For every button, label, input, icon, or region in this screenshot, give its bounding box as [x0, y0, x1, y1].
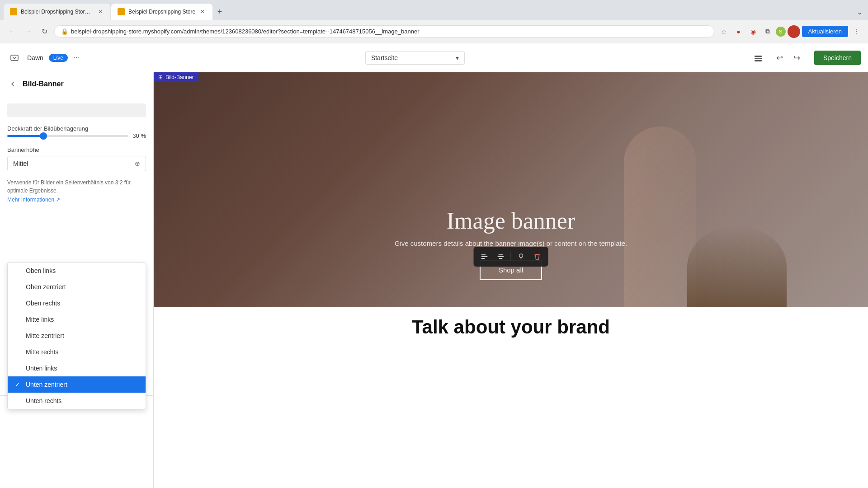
ft-align-center-button[interactable] — [494, 249, 508, 264]
checkmark-7: ✓ — [15, 381, 22, 388]
redo-button[interactable]: ↪ — [789, 50, 805, 66]
bookmark-icon[interactable]: ☆ — [718, 25, 731, 38]
slider-track[interactable] — [7, 135, 128, 137]
tab-title-2: Beispiel Dropshipping Store — [128, 9, 195, 15]
placeholder-bar — [7, 103, 146, 117]
dropdown-item-mitte-zentriert[interactable]: Mitte zentriert — [8, 328, 146, 344]
menu-icon[interactable]: ⋮ — [850, 25, 863, 38]
tab-title-1: Beispiel Dropshipping Store ·... — [21, 9, 93, 15]
slider-value: 30 % — [132, 132, 146, 139]
address-bar[interactable]: 🔒 beispiel-dropshipping-store.myshopify.… — [54, 25, 714, 38]
preview-frame: ⊞ Bild-Banner Image banner Give customer… — [154, 72, 868, 488]
svg-rect-6 — [481, 258, 485, 259]
header-back-icon[interactable] — [7, 51, 22, 65]
app-header: Dawn Live ··· Startseite ▾ ↩ ↪ Speichern — [0, 43, 868, 72]
dropdown-item-unten-zentriert[interactable]: ✓ Unten zentriert — [8, 376, 146, 393]
main-content: Bild-Banner Deckkraft der Bildüberlageru… — [0, 72, 868, 488]
overlay-section: Deckkraft der Bildüberlagerung 30 % — [7, 124, 146, 139]
tab-favicon-2 — [118, 8, 125, 15]
slider-thumb[interactable] — [40, 132, 47, 140]
svg-rect-2 — [755, 58, 762, 59]
opera-icon[interactable]: ◉ — [747, 25, 760, 38]
panel-body: Deckkraft der Bildüberlagerung 30 % Bann… — [0, 96, 153, 395]
person-silhouette — [624, 127, 696, 307]
ft-trash-button[interactable] — [530, 249, 545, 264]
dropdown-item-unten-rechts[interactable]: Unten rechts — [8, 393, 146, 409]
svg-rect-4 — [481, 254, 486, 255]
dropdown-item-oben-zentriert[interactable]: Oben zentriert — [8, 279, 146, 295]
panel-back-button[interactable] — [7, 79, 18, 89]
height-section: Bannerhöhe Mittel ⊕ — [7, 146, 146, 171]
below-banner: Talk about your brand — [154, 307, 868, 347]
svg-rect-9 — [499, 258, 503, 259]
header-more-button[interactable]: ··· — [73, 53, 80, 62]
brand-title: Talk about your brand — [163, 316, 859, 338]
back-button[interactable]: ← — [5, 25, 18, 38]
toolbar-actions: ☆ ● ◉ ⧉ S Aktualisieren ⋮ — [718, 25, 863, 38]
ft-align-left-button[interactable] — [477, 249, 492, 264]
inactive-tab[interactable]: Beispiel Dropshipping Store ✕ — [111, 4, 212, 20]
tab-favicon — [10, 8, 17, 15]
svg-rect-0 — [11, 55, 18, 61]
grid-view-icon[interactable] — [750, 50, 766, 66]
height-select-arrow: ⊕ — [135, 160, 140, 167]
profile-avatar[interactable] — [788, 25, 800, 38]
view-icons — [750, 50, 766, 66]
tab-close-2[interactable]: ✕ — [199, 8, 206, 15]
height-select-value: Mittel — [13, 160, 28, 167]
banner-label: ⊞ Bild-Banner — [154, 72, 198, 82]
extensions-icon[interactable]: ● — [732, 25, 745, 38]
active-tab[interactable]: Beispiel Dropshipping Store ·... ✕ — [4, 4, 110, 20]
extensions2-icon[interactable]: ⧉ — [761, 25, 774, 38]
new-tab-button[interactable]: + — [213, 5, 226, 18]
panel-header: Bild-Banner — [0, 72, 153, 96]
reload-button[interactable]: ↻ — [38, 25, 51, 38]
preview-area: ⊞ Bild-Banner Image banner Give customer… — [154, 72, 868, 488]
live-badge: Live — [49, 54, 68, 62]
url-text: beispiel-dropshipping-store.myshopify.co… — [71, 28, 708, 35]
dropdown-item-mitte-links[interactable]: Mitte links — [8, 311, 146, 328]
page-selector-chevron: ▾ — [456, 54, 459, 61]
slider-fill — [7, 135, 43, 137]
external-link-icon: ↗ — [56, 197, 60, 203]
page-selector[interactable]: Startseite ▾ — [365, 51, 465, 65]
ft-brush-button[interactable] — [514, 249, 528, 264]
undo-redo: ↩ ↪ — [772, 50, 805, 66]
height-select[interactable]: Mittel ⊕ — [7, 156, 146, 171]
banner-subtitle: Give customers details about the banner … — [395, 239, 627, 247]
svg-point-10 — [519, 254, 523, 258]
dropdown-item-unten-links[interactable]: Unten links — [8, 360, 146, 376]
tab-close-1[interactable]: ✕ — [97, 8, 104, 15]
browser-tabs: Beispiel Dropshipping Store ·... ✕ Beisp… — [0, 0, 868, 20]
undo-button[interactable]: ↩ — [772, 50, 788, 66]
update-button[interactable]: Aktualisieren — [802, 26, 848, 37]
floating-toolbar — [474, 247, 548, 267]
save-button[interactable]: Speichern — [814, 51, 861, 65]
dropdown-item-mitte-rechts[interactable]: Mitte rechts — [8, 344, 146, 360]
browser-toolbar: ← → ↻ 🔒 beispiel-dropshipping-store.mysh… — [0, 20, 868, 43]
page-selector-value: Startseite — [371, 54, 398, 61]
more-info-link[interactable]: Mehr Informationen ↗ — [7, 197, 146, 203]
app-layout: Dawn Live ··· Startseite ▾ ↩ ↪ Speichern — [0, 43, 868, 488]
shopify-icon[interactable]: S — [776, 27, 786, 37]
height-label: Bannerhöhe — [7, 146, 146, 153]
svg-rect-3 — [755, 60, 762, 61]
forward-button[interactable]: → — [22, 25, 34, 38]
dropdown-item-oben-links[interactable]: Oben links — [8, 263, 146, 279]
ft-divider — [511, 252, 511, 261]
browser-frame: Beispiel Dropshipping Store ·... ✕ Beisp… — [0, 0, 868, 488]
banner-title: Image banner — [395, 207, 627, 234]
dog-silhouette — [687, 226, 787, 307]
svg-rect-8 — [498, 256, 504, 257]
hint-text: Verwende für Bilder ein Seitenverhältnis… — [7, 178, 146, 195]
image-banner: ⊞ Bild-Banner Image banner Give customer… — [154, 72, 868, 307]
position-dropdown[interactable]: Oben links Oben zentriert Oben rechts — [7, 262, 146, 409]
svg-rect-7 — [499, 254, 503, 255]
slider-container: 30 % — [7, 132, 146, 139]
overlay-label: Deckkraft der Bildüberlagerung — [7, 125, 88, 132]
dropdown-item-oben-rechts[interactable]: Oben rechts — [8, 295, 146, 311]
svg-rect-1 — [755, 56, 762, 57]
tab-expand-button[interactable]: ⌄ — [855, 6, 864, 18]
theme-name: Dawn — [27, 54, 43, 61]
svg-rect-5 — [481, 256, 488, 257]
